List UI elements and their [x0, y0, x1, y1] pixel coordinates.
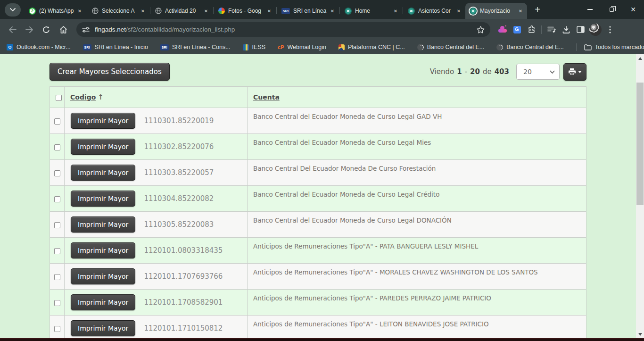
bookmark-cnc[interactable]: Plataforma CNC | C...	[339, 44, 405, 50]
cuenta-value: Banco Central del Ecuador Moneda de Curs…	[248, 212, 586, 238]
tab-title: (2) WhatsApp	[39, 8, 75, 14]
imprimir-mayor-button[interactable]: Imprimir Mayor	[71, 165, 135, 181]
close-icon[interactable]: ✕	[76, 7, 83, 15]
downloads-button[interactable]	[559, 22, 573, 37]
tab-title: Mayorizacio	[480, 8, 516, 14]
row-checkbox[interactable]	[54, 300, 60, 306]
extension-cloud-button[interactable]	[495, 22, 510, 37]
bookmark-webmail[interactable]: cP Webmail Login	[278, 44, 326, 50]
tab-title: Fotos - Goog	[228, 8, 264, 14]
mayorizacion-table: Codigo↑ Cuenta Imprimir Mayor 1110301.85…	[50, 86, 586, 338]
scroll-down-button[interactable]	[636, 330, 644, 338]
viewing-label: Viendo	[430, 67, 454, 76]
row-checkbox[interactable]	[54, 248, 60, 254]
row-checkbox[interactable]	[54, 196, 60, 202]
tab-whatsapp[interactable]: 2 (2) WhatsApp ✕	[25, 3, 86, 19]
cuenta-value: Anticipos de Remuneraciones Tipo"A" - MO…	[248, 264, 586, 290]
cuenta-header-cell: Cuenta	[248, 87, 586, 108]
row-checkbox[interactable]	[54, 274, 60, 280]
url-text[interactable]: fingads.net/sf2/contabilidad/mayorizacio…	[95, 26, 235, 33]
cuenta-value: Banco Central del Ecuador Moneda de Curs…	[248, 186, 586, 212]
browser-menu-button[interactable]	[603, 22, 617, 37]
row-checkbox[interactable]	[54, 118, 60, 125]
close-icon[interactable]: ✕	[139, 7, 147, 15]
close-icon[interactable]: ✕	[455, 7, 462, 15]
imprimir-mayor-button[interactable]: Imprimir Mayor	[71, 294, 135, 310]
imprimir-mayor-button[interactable]: Imprimir Mayor	[71, 113, 135, 129]
row-checkbox[interactable]	[54, 170, 60, 176]
row-checkbox[interactable]	[54, 326, 60, 332]
bookmark-bce-2[interactable]: Banco Central del E...	[496, 44, 564, 50]
bookmark-label: SRI en Línea - Inicio	[95, 44, 148, 50]
forward-button[interactable]	[22, 22, 37, 37]
chevron-down-icon	[550, 70, 555, 74]
fingads-icon	[408, 8, 415, 15]
maximize-button[interactable]	[601, 0, 622, 19]
bookmark-outlook[interactable]: o Outlook.com - Micr...	[7, 44, 71, 50]
imprimir-mayor-button[interactable]: Imprimir Mayor	[71, 191, 135, 207]
codigo-value: 1110303.85220057	[144, 168, 214, 177]
tab-asientos[interactable]: Asientos Cor ✕	[404, 3, 465, 19]
viewing-to: 20	[470, 67, 480, 76]
bookmarks-bar: o Outlook.com - Micr... SRI SRI en Línea…	[0, 40, 644, 54]
page-scrollbar[interactable]	[636, 54, 644, 338]
cuenta-sort-link[interactable]: Cuenta	[253, 93, 280, 101]
codigo-value: 1120101.0803318435	[144, 246, 223, 255]
new-tab-button[interactable]: +	[531, 3, 544, 16]
close-icon[interactable]: ✕	[517, 7, 524, 15]
bookmark-star-button[interactable]	[477, 26, 485, 33]
outlook-icon: o	[7, 44, 13, 50]
translate-button[interactable]: G	[510, 22, 524, 37]
pink-cloud-icon	[498, 27, 507, 33]
imprimir-mayor-button[interactable]: Imprimir Mayor	[71, 242, 135, 258]
reload-button[interactable]	[39, 22, 54, 37]
scrollbar-thumb[interactable]	[636, 83, 644, 205]
close-icon[interactable]: ✕	[329, 7, 336, 15]
tab-fotos[interactable]: Fotos - Goog ✕	[214, 3, 276, 19]
scroll-down-icon	[638, 333, 642, 336]
media-controls-button[interactable]	[544, 22, 559, 37]
page-size-select[interactable]: 20	[516, 64, 560, 80]
table-row: Imprimir Mayor 1110304.85220082 Banco Ce…	[50, 186, 586, 212]
tab-home[interactable]: Home ✕	[340, 3, 402, 19]
select-all-checkbox[interactable]	[56, 95, 62, 101]
site-info-icon[interactable]	[82, 26, 90, 33]
create-mayores-button[interactable]: Crear Mayores Seleccionados	[50, 63, 170, 81]
translate-icon: G	[513, 26, 521, 33]
all-bookmarks-label: Todos los marcadores	[595, 44, 644, 50]
home-button[interactable]	[56, 22, 71, 37]
bookmark-sri-consultas[interactable]: SRI SRI en Línea - Cons...	[160, 44, 231, 50]
extensions-button[interactable]	[524, 22, 539, 37]
minimize-button[interactable]	[579, 0, 601, 19]
bookmark-iess[interactable]: IESS	[243, 44, 266, 50]
row-checkbox[interactable]	[54, 222, 60, 228]
all-bookmarks[interactable]: Todos los marcadores	[576, 43, 644, 51]
bookmark-sri-inicio[interactable]: SRI SRI en Línea - Inicio	[83, 44, 148, 50]
tab-search-button[interactable]	[5, 3, 21, 17]
close-icon[interactable]: ✕	[265, 7, 273, 15]
codigo-value: 1120101.1710150812	[144, 324, 223, 333]
tab-mayorizacion-active[interactable]: Mayorizacio ✕	[465, 3, 527, 19]
tab-seleccione[interactable]: Seleccione A ✕	[88, 3, 149, 19]
address-bar[interactable]: fingads.net/sf2/contabilidad/mayorizacio…	[76, 22, 490, 37]
print-menu-button[interactable]	[563, 63, 586, 81]
imprimir-mayor-button[interactable]: Imprimir Mayor	[71, 268, 135, 284]
close-window-button[interactable]: ✕	[622, 0, 644, 19]
bookmark-bce-1[interactable]: Banco Central del E...	[417, 44, 485, 50]
close-icon[interactable]: ✕	[202, 7, 210, 15]
bookmarks-separator	[576, 43, 577, 51]
back-button[interactable]	[5, 22, 20, 37]
tab-actividad[interactable]: Actividad 20 ✕	[151, 3, 213, 19]
side-panel-button[interactable]	[573, 22, 588, 37]
close-icon[interactable]: ✕	[392, 7, 399, 15]
scroll-up-button[interactable]	[636, 54, 644, 62]
imprimir-mayor-button[interactable]: Imprimir Mayor	[71, 139, 135, 155]
tab-sri[interactable]: SRI SRI en Línea ✕	[277, 3, 339, 19]
codigo-value: 1110301.85220019	[144, 116, 214, 125]
row-checkbox[interactable]	[54, 144, 60, 150]
imprimir-mayor-button[interactable]: Imprimir Mayor	[71, 216, 135, 233]
codigo-sort-link[interactable]: Codigo	[70, 93, 96, 101]
fingads-icon	[470, 8, 477, 15]
imprimir-mayor-button[interactable]: Imprimir Mayor	[71, 320, 135, 336]
profile-button[interactable]	[588, 22, 603, 37]
